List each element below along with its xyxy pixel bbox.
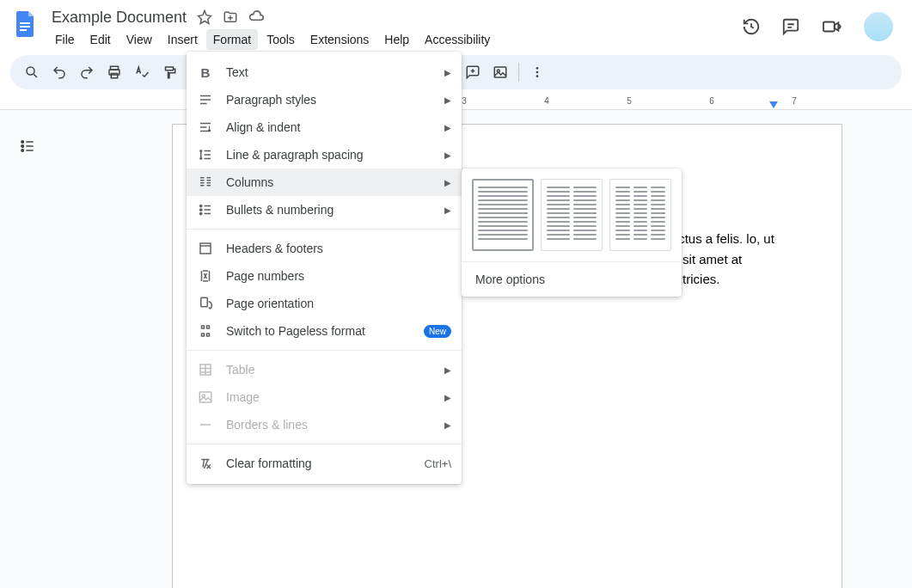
submenu-arrow-icon: ▶ xyxy=(444,95,451,105)
svg-point-11 xyxy=(536,71,539,74)
headers-icon xyxy=(197,240,214,257)
menu-item-clear-formatting[interactable]: Clear formattingCtrl+\ xyxy=(187,450,462,477)
svg-point-14 xyxy=(21,145,24,148)
menu-item-label: Table xyxy=(226,363,254,377)
svg-point-17 xyxy=(200,209,202,211)
menu-item-text[interactable]: BText▶ xyxy=(187,58,462,86)
borders-icon xyxy=(197,416,214,433)
cloud-status-icon[interactable] xyxy=(248,9,266,26)
menu-item-align-indent[interactable]: Align & indent▶ xyxy=(187,113,462,141)
svg-rect-3 xyxy=(823,22,835,32)
outline-toggle-icon[interactable] xyxy=(12,131,43,162)
docs-logo[interactable] xyxy=(10,9,41,40)
svg-point-10 xyxy=(536,67,539,70)
spellcheck-icon[interactable] xyxy=(129,59,155,85)
submenu-arrow-icon: ▶ xyxy=(444,68,451,77)
menu-item-page-orientation[interactable]: Page orientation xyxy=(187,290,462,317)
image-icon xyxy=(197,389,214,406)
move-icon[interactable] xyxy=(223,9,238,25)
insert-image-icon[interactable] xyxy=(487,59,513,85)
menu-item-label: Borders & lines xyxy=(226,418,308,432)
menu-tools[interactable]: Tools xyxy=(260,29,302,50)
meet-icon[interactable] xyxy=(821,17,843,36)
menu-view[interactable]: View xyxy=(119,29,159,50)
add-comment-icon[interactable] xyxy=(460,59,486,85)
menu-item-switch-to-pageless-format[interactable]: Switch to Pageless formatNew xyxy=(187,317,462,345)
menu-item-columns[interactable]: Columns▶ xyxy=(187,168,462,196)
columns-more-options[interactable]: More options xyxy=(462,262,682,297)
pageless-icon xyxy=(197,322,214,340)
align-icon xyxy=(197,119,214,136)
menu-item-label: Image xyxy=(226,390,260,404)
new-badge: New xyxy=(424,325,451,338)
menu-item-borders-lines: Borders & lines▶ xyxy=(187,411,462,438)
menu-item-label: Align & indent xyxy=(226,120,300,134)
undo-icon[interactable] xyxy=(46,59,72,85)
svg-point-15 xyxy=(21,150,24,152)
menu-edit[interactable]: Edit xyxy=(83,29,118,50)
ruler-number: 5 xyxy=(627,96,632,106)
menu-insert[interactable]: Insert xyxy=(161,29,205,50)
menu-separator xyxy=(187,229,462,230)
menu-item-label: Page numbers xyxy=(226,269,304,283)
redo-icon[interactable] xyxy=(74,59,100,85)
svg-point-12 xyxy=(536,75,539,77)
menu-format[interactable]: Format xyxy=(206,29,258,50)
submenu-arrow-icon: ▶ xyxy=(444,365,451,375)
svg-rect-2 xyxy=(20,29,27,31)
document-title[interactable]: Example Document xyxy=(48,8,190,28)
menu-item-label: Line & paragraph spacing xyxy=(226,148,364,162)
submenu-arrow-icon: ▶ xyxy=(444,420,451,430)
columns-option-2[interactable] xyxy=(541,179,603,251)
menu-item-page-numbers[interactable]: Page numbers xyxy=(187,262,462,290)
columns-option-1[interactable] xyxy=(472,179,534,251)
svg-point-4 xyxy=(27,67,34,75)
svg-rect-20 xyxy=(201,297,208,307)
bold-icon: B xyxy=(197,64,214,81)
history-icon[interactable] xyxy=(742,17,761,36)
search-icon[interactable] xyxy=(19,59,45,85)
more-toolbar-icon[interactable] xyxy=(524,59,550,85)
star-icon[interactable] xyxy=(197,9,212,25)
menu-separator xyxy=(187,350,462,351)
spacing-icon xyxy=(197,146,214,163)
ruler-number: 7 xyxy=(792,96,797,106)
menu-item-image: Image▶ xyxy=(187,383,462,411)
toolbar-separator xyxy=(518,63,519,82)
avatar[interactable] xyxy=(864,12,893,41)
columns-submenu: More options xyxy=(462,168,682,297)
svg-rect-8 xyxy=(494,67,506,77)
comments-icon[interactable] xyxy=(781,17,800,36)
svg-rect-1 xyxy=(20,26,30,28)
menu-extensions[interactable]: Extensions xyxy=(303,29,376,50)
submenu-arrow-icon: ▶ xyxy=(444,150,451,160)
ruler-number: 3 xyxy=(462,96,467,106)
menu-item-table: Table▶ xyxy=(187,356,462,383)
ruler-number: 6 xyxy=(709,96,714,106)
columns-option-3[interactable] xyxy=(609,179,671,251)
format-menu-dropdown: BText▶Paragraph styles▶Align & indent▶Li… xyxy=(187,52,462,484)
orientation-icon xyxy=(197,295,214,312)
menu-item-paragraph-styles[interactable]: Paragraph styles▶ xyxy=(187,86,462,113)
menu-item-headers-footers[interactable]: Headers & footers xyxy=(187,235,462,262)
svg-rect-22 xyxy=(199,392,211,402)
submenu-arrow-icon: ▶ xyxy=(444,123,451,132)
menu-item-label: Paragraph styles xyxy=(226,93,316,107)
svg-point-13 xyxy=(21,141,24,144)
indent-marker-icon[interactable] xyxy=(769,101,778,110)
menu-accessibility[interactable]: Accessibility xyxy=(418,29,497,50)
menu-item-label: Headers & footers xyxy=(226,242,323,255)
submenu-arrow-icon: ▶ xyxy=(444,205,451,215)
menu-file[interactable]: File xyxy=(48,29,82,50)
svg-rect-19 xyxy=(200,243,211,254)
menu-separator xyxy=(187,444,462,444)
paint-format-icon[interactable] xyxy=(156,59,182,85)
menu-item-label: Clear formatting xyxy=(226,456,312,470)
svg-rect-0 xyxy=(20,22,30,24)
ruler-number: 4 xyxy=(544,96,549,106)
menu-item-bullets-numbering[interactable]: Bullets & numbering▶ xyxy=(187,196,462,224)
print-icon[interactable] xyxy=(101,59,127,85)
menu-help[interactable]: Help xyxy=(377,29,416,50)
bullets-icon xyxy=(197,201,214,218)
menu-item-line-paragraph-spacing[interactable]: Line & paragraph spacing▶ xyxy=(187,141,462,168)
